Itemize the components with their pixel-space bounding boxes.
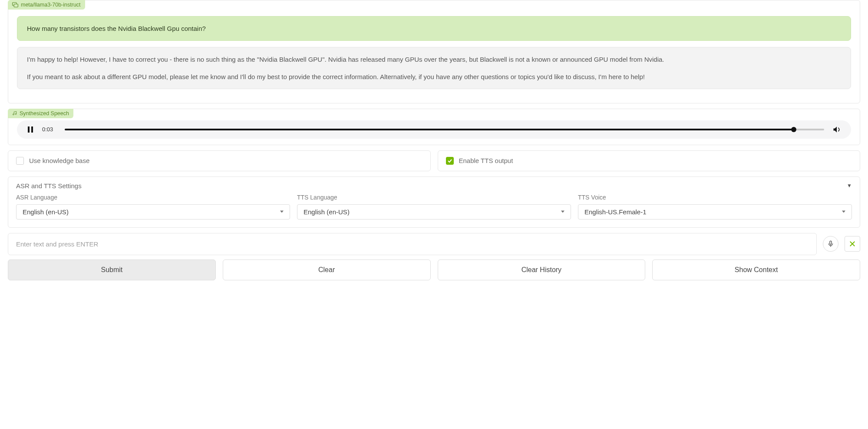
prompt-input[interactable]: [8, 233, 817, 255]
chevron-down-icon: ▼: [847, 183, 852, 189]
audio-seek-track[interactable]: [65, 129, 824, 130]
asr-tts-settings-panel: ASR and TTS Settings ▼ ASR Language Engl…: [8, 176, 860, 228]
settings-title: ASR and TTS Settings: [16, 182, 82, 190]
close-button[interactable]: [845, 236, 860, 252]
audio-tag-text: Synthesized Speech: [20, 110, 69, 116]
volume-button[interactable]: [832, 125, 842, 134]
audio-seek-thumb[interactable]: [791, 127, 796, 132]
audio-player: 0:03: [17, 120, 851, 139]
svg-point-3: [15, 113, 17, 115]
input-row: [8, 233, 860, 255]
tts-language-label: TTS Language: [297, 194, 571, 201]
submit-label: Submit: [101, 266, 122, 273]
tts-voice-select[interactable]: English-US.Female-1: [578, 204, 852, 219]
assistant-message: I'm happy to help! However, I have to co…: [17, 47, 851, 89]
user-message-text: How many transistors does the Nvidia Bla…: [27, 25, 206, 32]
audio-time: 0:03: [42, 126, 57, 133]
use-knowledge-base-checkbox[interactable]: Use knowledge base: [8, 150, 431, 171]
svg-rect-6: [830, 241, 832, 245]
submit-button[interactable]: Submit: [8, 259, 216, 280]
clear-button[interactable]: Clear: [223, 259, 431, 280]
assistant-paragraph: If you meant to ask about a different GP…: [27, 72, 841, 82]
tts-voice-value: English-US.Female-1: [584, 208, 647, 216]
music-icon: [12, 111, 17, 116]
tts-voice-label: TTS Voice: [578, 194, 852, 201]
svg-rect-1: [14, 4, 18, 7]
enable-tts-checkbox[interactable]: Enable TTS output: [438, 150, 861, 171]
audio-seek-fill: [65, 129, 794, 130]
clear-label: Clear: [318, 266, 335, 273]
audio-panel: Synthesized Speech 0:03: [8, 109, 860, 145]
model-tag: meta/llama3-70b-instruct: [8, 0, 85, 10]
show-context-label: Show Context: [735, 266, 778, 273]
svg-rect-4: [28, 126, 30, 133]
audio-tag: Synthesized Speech: [8, 109, 73, 118]
user-message: How many transistors does the Nvidia Bla…: [17, 16, 851, 41]
asr-language-value: English (en-US): [23, 208, 69, 216]
settings-header[interactable]: ASR and TTS Settings ▼: [8, 177, 860, 194]
svg-rect-5: [31, 126, 33, 133]
clear-history-label: Clear History: [521, 266, 561, 273]
microphone-icon: [827, 240, 834, 247]
clear-history-button[interactable]: Clear History: [438, 259, 646, 280]
show-context-button[interactable]: Show Context: [652, 259, 860, 280]
asr-language-field: ASR Language English (en-US): [16, 194, 290, 219]
options-row: Use knowledge base Enable TTS output: [8, 150, 860, 171]
chat-panel: meta/llama3-70b-instruct How many transi…: [8, 0, 860, 103]
asr-language-label: ASR Language: [16, 194, 290, 201]
assistant-paragraph: I'm happy to help! However, I have to co…: [27, 54, 841, 64]
tts-language-value: English (en-US): [304, 208, 350, 216]
chat-icon: [12, 2, 18, 7]
use-knowledge-base-label: Use knowledge base: [29, 157, 89, 164]
volume-icon: [832, 125, 841, 134]
model-tag-text: meta/llama3-70b-instruct: [21, 2, 81, 8]
pause-icon: [27, 126, 33, 133]
pause-button[interactable]: [26, 126, 34, 133]
checkbox-box: [446, 157, 454, 165]
checkbox-box: [16, 157, 24, 165]
tts-language-field: TTS Language English (en-US): [297, 194, 571, 219]
svg-point-2: [13, 114, 14, 115]
action-buttons: Submit Clear Clear History Show Context: [8, 259, 860, 280]
microphone-button[interactable]: [823, 236, 838, 252]
tts-language-select[interactable]: English (en-US): [297, 204, 571, 219]
close-icon: [848, 240, 856, 248]
tts-voice-field: TTS Voice English-US.Female-1: [578, 194, 852, 219]
enable-tts-label: Enable TTS output: [459, 157, 513, 164]
asr-language-select[interactable]: English (en-US): [16, 204, 290, 219]
